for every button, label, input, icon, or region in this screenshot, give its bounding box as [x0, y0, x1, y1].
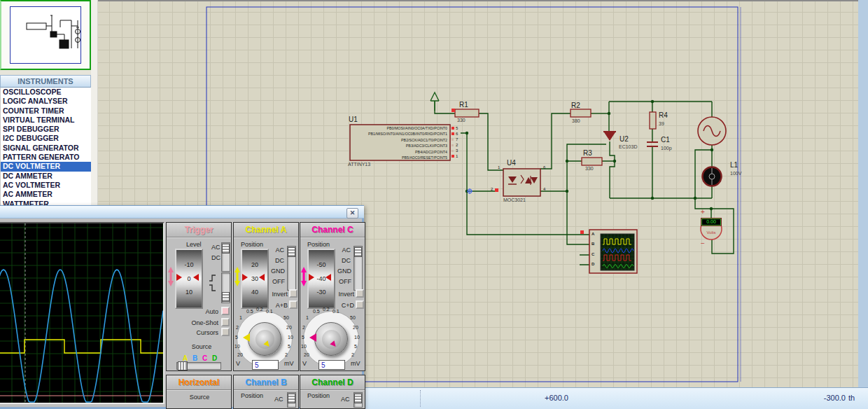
oscilloscope-titlebar[interactable]: ✕ — [0, 205, 364, 219]
channel-c-invert-button[interactable] — [356, 289, 364, 298]
source-ch-b: B — [192, 354, 197, 362]
u2-part: EC103D — [619, 144, 637, 149]
schematic-overview[interactable] — [0, 0, 91, 70]
r1-ref[interactable]: R1 — [459, 101, 468, 109]
position-label: Position — [307, 392, 330, 399]
horizontal-title: Horizontal — [167, 375, 231, 391]
invert-label: Invert — [338, 291, 354, 298]
instrument-i2c-debugger[interactable]: I2C DEBUGGER — [1, 134, 91, 143]
trigger-marker-right-icon — [193, 274, 199, 281]
channel-a-marker-right-icon — [259, 274, 265, 281]
trigger-title: Trigger — [167, 223, 231, 238]
channel-a-coupling-slider[interactable] — [287, 246, 296, 291]
r2-value: 380 — [572, 118, 580, 123]
u4-pin2: 2 — [491, 187, 493, 191]
instrument-counter-timer[interactable]: COUNTER TIMER — [1, 106, 91, 116]
u1-pin-labels: PB0/MOSI/AIN0/OC0A/TXD/PCINT0PB1/MISO/IN… — [352, 125, 447, 160]
source-ch-d: D — [212, 354, 217, 362]
u4-pin1: 1 — [498, 165, 500, 169]
position-label: Position — [241, 241, 263, 248]
channel-a-panel: Channel A Position 20 30 40 AC DC GND OF… — [233, 222, 299, 371]
r1-value: 330 — [457, 118, 465, 123]
r3-ref[interactable]: R3 — [583, 149, 592, 157]
channel-c-gain-knob[interactable] — [314, 322, 348, 356]
u4-ref[interactable]: U4 — [507, 159, 516, 167]
u1-part: ATTINY13 — [348, 162, 370, 167]
cursors-button[interactable] — [221, 328, 230, 336]
instrument-logic-analyser[interactable]: LOGIC ANALYSER — [1, 97, 91, 106]
u1-pin2: 2 — [456, 143, 458, 147]
auto-label: Auto — [205, 308, 218, 315]
instrument-ac-voltmeter[interactable]: AC VOLTMETER — [1, 181, 91, 190]
r4-ref[interactable]: R4 — [659, 111, 668, 119]
horizontal-source-label: Source — [181, 394, 218, 401]
channel-a-invert-button[interactable] — [289, 289, 298, 298]
c-plus-d-button[interactable] — [356, 300, 364, 309]
c1-ref[interactable]: C1 — [661, 136, 670, 144]
one-shot-button[interactable] — [221, 318, 230, 326]
instrument-spi-debugger[interactable]: SPI DEBUGGER — [1, 125, 91, 134]
overview-thumbnail — [10, 6, 81, 64]
u1-pin3: 3 — [456, 148, 458, 153]
channel-b-title: Channel B — [234, 375, 298, 391]
millivolts-label: mV — [284, 360, 294, 367]
channel-c-dc: DC — [342, 257, 351, 264]
channel-b-ac: AC — [274, 396, 284, 403]
trigger-source-slider[interactable] — [176, 362, 221, 370]
channel-a-dc: DC — [275, 257, 284, 264]
falling-edge-icon — [209, 284, 217, 292]
channel-c-coupling-slider[interactable] — [354, 246, 363, 291]
cursor-y: -300.0 — [805, 394, 846, 402]
trigger-panel: Trigger Level -10 0 10 AC DC A — [166, 222, 232, 371]
channel-c-gnd: GND — [337, 268, 351, 275]
instrument-dc-voltmeter[interactable]: DC VOLTMETER — [1, 162, 91, 171]
r3-value: 330 — [585, 166, 594, 171]
source-label: Source — [181, 343, 223, 350]
cursor-x: +600.0 — [536, 394, 578, 402]
instrument-ac-ammeter[interactable]: AC AMMETER — [1, 190, 91, 199]
oscilloscope-display — [0, 222, 164, 404]
volts-label: V — [302, 360, 307, 367]
r2-ref[interactable]: R2 — [571, 102, 580, 109]
trigger-edge-slider[interactable] — [221, 272, 230, 303]
instrument-pattern-generator[interactable]: PATTERN GENERATO — [1, 153, 91, 162]
u2-ref[interactable]: U2 — [620, 135, 629, 143]
channel-c-marker-left-icon — [309, 274, 314, 281]
position-label: Position — [307, 241, 330, 248]
instrument-signal-generator[interactable]: SIGNAL GENERATOR — [1, 144, 91, 153]
r4-value: 39 — [659, 121, 664, 126]
oscilloscope-window[interactable]: ✕ Trigger Level -10 0 10 AC DC — [0, 205, 364, 409]
channel-a-marker-left-icon — [242, 274, 248, 281]
trigger-coupling-slider[interactable] — [221, 242, 230, 272]
auto-button[interactable] — [221, 307, 230, 315]
channel-a-gain-input[interactable] — [252, 360, 279, 370]
instrument-virtual-terminal[interactable]: VIRTUAL TERMINAL — [1, 116, 91, 125]
voltmeter-minus: − — [701, 240, 705, 247]
channel-c-gain-pointer-icon — [309, 333, 316, 342]
channel-c-marker-right-icon — [326, 274, 331, 281]
close-icon[interactable]: ✕ — [346, 208, 358, 219]
channel-b-panel: Channel B Position AC — [233, 375, 299, 409]
a-plus-b-button[interactable] — [289, 300, 298, 309]
trigger-updown-icon — [167, 266, 174, 287]
scope-ch-b: B — [592, 242, 594, 246]
scope-ch-d: D — [592, 262, 594, 266]
channel-b-coupling-slider[interactable] — [287, 392, 296, 408]
l1-ref[interactable]: L1 — [730, 161, 738, 169]
channel-d-coupling-slider[interactable] — [354, 392, 363, 408]
invert-label: Invert — [272, 291, 288, 298]
a-plus-b-label: A+B — [276, 302, 288, 309]
position-label: Position — [241, 392, 263, 399]
channel-d-ac: AC — [341, 396, 350, 403]
rising-edge-icon — [209, 274, 217, 282]
channel-a-gnd: GND — [271, 268, 285, 275]
channel-a-gain-knob[interactable] — [248, 322, 281, 356]
one-shot-label: One-Shot — [191, 319, 218, 326]
u1-ref[interactable]: U1 — [349, 116, 358, 123]
instrument-dc-ammeter[interactable]: DC AMMETER — [1, 172, 91, 181]
channel-c-gain-input[interactable] — [318, 360, 345, 370]
instruments-header: INSTRUMENTS — [0, 75, 91, 88]
instrument-oscilloscope[interactable]: OSCILLOSCOPE — [1, 88, 91, 97]
u1-pin5: 5 — [456, 126, 458, 130]
u1-pin6: 6 — [456, 132, 458, 136]
